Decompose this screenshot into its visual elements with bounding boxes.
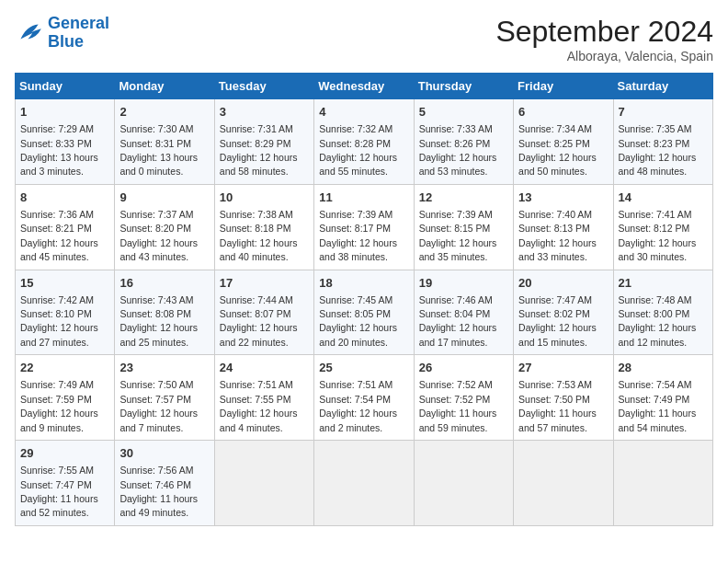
logo-line2: Blue <box>48 32 84 51</box>
calendar-header: SundayMondayTuesdayWednesdayThursdayFrid… <box>16 74 713 99</box>
day-number: 13 <box>518 190 608 206</box>
calendar-cell: 10Sunrise: 7:38 AMSunset: 8:18 PMDayligh… <box>214 184 313 270</box>
calendar-week-row: 15Sunrise: 7:42 AMSunset: 8:10 PMDayligh… <box>16 270 713 355</box>
day-number: 5 <box>419 104 508 121</box>
day-info: Sunrise: 7:42 AMSunset: 8:10 PMDaylight:… <box>20 294 98 348</box>
calendar-cell: 19Sunrise: 7:46 AMSunset: 8:04 PMDayligh… <box>414 270 513 355</box>
day-info: Sunrise: 7:48 AMSunset: 8:00 PMDaylight:… <box>619 294 697 348</box>
day-number: 7 <box>619 104 708 121</box>
calendar-cell: 26Sunrise: 7:52 AMSunset: 7:52 PMDayligh… <box>414 355 513 441</box>
day-info: Sunrise: 7:51 AMSunset: 7:55 PMDaylight:… <box>220 379 298 432</box>
calendar-cell: 22Sunrise: 7:49 AMSunset: 7:59 PMDayligh… <box>16 355 115 441</box>
day-info: Sunrise: 7:47 AMSunset: 8:02 PMDaylight:… <box>518 294 597 348</box>
day-info: Sunrise: 7:29 AMSunset: 8:33 PMDaylight:… <box>20 123 98 177</box>
calendar-cell <box>314 441 414 526</box>
day-info: Sunrise: 7:55 AMSunset: 7:47 PMDaylight:… <box>20 465 98 518</box>
day-number: 22 <box>20 360 109 376</box>
calendar-cell <box>514 441 613 526</box>
day-number: 6 <box>518 104 608 121</box>
day-info: Sunrise: 7:49 AMSunset: 7:59 PMDaylight:… <box>20 379 98 432</box>
weekday-header-monday: Monday <box>115 74 214 99</box>
day-number: 28 <box>619 360 708 376</box>
day-number: 26 <box>419 360 508 376</box>
weekday-header-friday: Friday <box>514 74 613 99</box>
logo-line1: General <box>48 14 109 32</box>
day-info: Sunrise: 7:43 AMSunset: 8:08 PMDaylight:… <box>119 294 198 348</box>
calendar-cell: 18Sunrise: 7:45 AMSunset: 8:05 PMDayligh… <box>314 270 414 355</box>
day-number: 12 <box>419 190 508 206</box>
day-info: Sunrise: 7:45 AMSunset: 8:05 PMDaylight:… <box>319 294 397 348</box>
weekday-header-sunday: Sunday <box>16 74 115 99</box>
day-info: Sunrise: 7:44 AMSunset: 8:07 PMDaylight:… <box>220 294 298 348</box>
day-number: 14 <box>619 190 708 206</box>
day-number: 21 <box>619 275 708 292</box>
day-number: 16 <box>119 275 209 292</box>
day-info: Sunrise: 7:32 AMSunset: 8:28 PMDaylight:… <box>319 123 397 177</box>
weekday-header-wednesday: Wednesday <box>314 74 414 99</box>
weekday-header-row: SundayMondayTuesdayWednesdayThursdayFrid… <box>16 74 713 99</box>
day-number: 25 <box>319 360 408 376</box>
day-info: Sunrise: 7:38 AMSunset: 8:18 PMDaylight:… <box>220 209 298 262</box>
day-number: 8 <box>20 190 109 206</box>
calendar-cell: 15Sunrise: 7:42 AMSunset: 8:10 PMDayligh… <box>16 270 115 355</box>
calendar-cell: 25Sunrise: 7:51 AMSunset: 7:54 PMDayligh… <box>314 355 414 441</box>
calendar-cell: 5Sunrise: 7:33 AMSunset: 8:26 PMDaylight… <box>414 99 513 185</box>
calendar-cell: 23Sunrise: 7:50 AMSunset: 7:57 PMDayligh… <box>115 355 214 441</box>
day-number: 4 <box>319 104 408 121</box>
day-number: 23 <box>119 360 209 376</box>
calendar-cell: 11Sunrise: 7:39 AMSunset: 8:17 PMDayligh… <box>314 184 414 270</box>
logo-icon <box>15 18 44 48</box>
logo: General Blue <box>15 15 109 52</box>
day-number: 18 <box>319 275 408 292</box>
calendar-cell <box>613 441 712 526</box>
day-number: 3 <box>220 104 309 121</box>
day-number: 30 <box>119 445 209 462</box>
calendar-cell: 6Sunrise: 7:34 AMSunset: 8:25 PMDaylight… <box>514 99 613 185</box>
title-block: September 2024 Alboraya, Valencia, Spain <box>495 15 713 63</box>
calendar-cell: 8Sunrise: 7:36 AMSunset: 8:21 PMDaylight… <box>16 184 115 270</box>
day-number: 27 <box>518 360 608 376</box>
calendar-cell: 24Sunrise: 7:51 AMSunset: 7:55 PMDayligh… <box>214 355 313 441</box>
calendar-cell: 16Sunrise: 7:43 AMSunset: 8:08 PMDayligh… <box>115 270 214 355</box>
day-info: Sunrise: 7:39 AMSunset: 8:15 PMDaylight:… <box>419 209 497 262</box>
page-header: General Blue September 2024 Alboraya, Va… <box>15 15 713 63</box>
day-number: 17 <box>220 275 309 292</box>
day-number: 29 <box>20 445 109 462</box>
day-number: 10 <box>220 190 309 206</box>
day-info: Sunrise: 7:46 AMSunset: 8:04 PMDaylight:… <box>419 294 497 348</box>
calendar-cell <box>214 441 313 526</box>
day-info: Sunrise: 7:51 AMSunset: 7:54 PMDaylight:… <box>319 379 397 432</box>
calendar-cell: 28Sunrise: 7:54 AMSunset: 7:49 PMDayligh… <box>613 355 712 441</box>
day-info: Sunrise: 7:30 AMSunset: 8:31 PMDaylight:… <box>119 123 198 177</box>
calendar-cell: 21Sunrise: 7:48 AMSunset: 8:00 PMDayligh… <box>613 270 712 355</box>
calendar-cell: 3Sunrise: 7:31 AMSunset: 8:29 PMDaylight… <box>214 99 313 185</box>
calendar-cell: 29Sunrise: 7:55 AMSunset: 7:47 PMDayligh… <box>16 441 115 526</box>
calendar-cell: 2Sunrise: 7:30 AMSunset: 8:31 PMDaylight… <box>115 99 214 185</box>
day-number: 9 <box>119 190 209 206</box>
weekday-header-thursday: Thursday <box>414 74 513 99</box>
day-number: 2 <box>119 104 209 121</box>
day-info: Sunrise: 7:36 AMSunset: 8:21 PMDaylight:… <box>20 209 98 262</box>
day-number: 24 <box>220 360 309 376</box>
calendar-week-row: 22Sunrise: 7:49 AMSunset: 7:59 PMDayligh… <box>16 355 713 441</box>
calendar-cell: 9Sunrise: 7:37 AMSunset: 8:20 PMDaylight… <box>115 184 214 270</box>
calendar-cell: 1Sunrise: 7:29 AMSunset: 8:33 PMDaylight… <box>16 99 115 185</box>
calendar-cell: 13Sunrise: 7:40 AMSunset: 8:13 PMDayligh… <box>514 184 613 270</box>
calendar-week-row: 29Sunrise: 7:55 AMSunset: 7:47 PMDayligh… <box>16 441 713 526</box>
calendar-cell: 7Sunrise: 7:35 AMSunset: 8:23 PMDaylight… <box>613 99 712 185</box>
day-info: Sunrise: 7:35 AMSunset: 8:23 PMDaylight:… <box>619 123 697 177</box>
day-info: Sunrise: 7:54 AMSunset: 7:49 PMDaylight:… <box>619 379 697 432</box>
day-info: Sunrise: 7:40 AMSunset: 8:13 PMDaylight:… <box>518 209 597 262</box>
calendar-cell: 17Sunrise: 7:44 AMSunset: 8:07 PMDayligh… <box>214 270 313 355</box>
day-info: Sunrise: 7:53 AMSunset: 7:50 PMDaylight:… <box>518 379 597 432</box>
day-number: 1 <box>20 104 109 121</box>
day-info: Sunrise: 7:52 AMSunset: 7:52 PMDaylight:… <box>419 379 497 432</box>
day-info: Sunrise: 7:39 AMSunset: 8:17 PMDaylight:… <box>319 209 397 262</box>
location-title: Alboraya, Valencia, Spain <box>495 49 713 63</box>
weekday-header-tuesday: Tuesday <box>214 74 313 99</box>
calendar-cell <box>414 441 513 526</box>
day-info: Sunrise: 7:50 AMSunset: 7:57 PMDaylight:… <box>119 379 198 432</box>
calendar-cell: 30Sunrise: 7:56 AMSunset: 7:46 PMDayligh… <box>115 441 214 526</box>
day-info: Sunrise: 7:56 AMSunset: 7:46 PMDaylight:… <box>119 465 198 518</box>
day-info: Sunrise: 7:31 AMSunset: 8:29 PMDaylight:… <box>220 123 298 177</box>
